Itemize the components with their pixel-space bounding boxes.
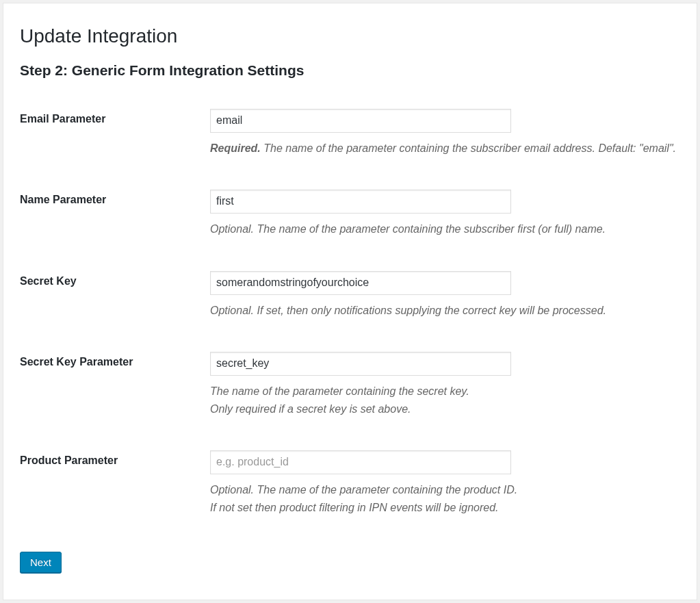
desc-secret-key: Optional. If set, then only notification… xyxy=(210,302,680,320)
required-flag: Required. xyxy=(210,142,261,154)
row-secret-key-parameter: Secret Key Parameter The name of the par… xyxy=(20,352,680,450)
label-name-parameter: Name Parameter xyxy=(20,194,106,205)
desc-name-parameter: Optional. The name of the parameter cont… xyxy=(210,220,680,238)
desc-secret-key-parameter: The name of the parameter containing the… xyxy=(210,383,680,418)
desc-product-parameter-line2: If not set then product filtering in IPN… xyxy=(210,502,499,513)
desc-product-parameter: Optional. The name of the parameter cont… xyxy=(210,481,680,516)
input-name-parameter[interactable] xyxy=(210,190,511,214)
next-button[interactable]: Next xyxy=(20,552,62,573)
settings-panel: Update Integration Step 2: Generic Form … xyxy=(3,3,697,600)
desc-secret-key-parameter-line1: The name of the parameter containing the… xyxy=(210,385,469,397)
label-product-parameter: Product Parameter xyxy=(20,454,118,466)
desc-email-parameter: Required. The name of the parameter cont… xyxy=(210,140,680,157)
row-secret-key: Secret Key Optional. If set, then only n… xyxy=(20,271,680,352)
label-email-parameter: Email Parameter xyxy=(20,113,105,125)
desc-product-parameter-line1: Optional. The name of the parameter cont… xyxy=(210,484,517,496)
row-product-parameter: Product Parameter Optional. The name of … xyxy=(20,450,680,549)
label-secret-key-parameter: Secret Key Parameter xyxy=(20,356,133,368)
input-secret-key[interactable] xyxy=(210,271,511,295)
page-title: Update Integration xyxy=(20,25,680,47)
settings-form-table: Email Parameter Required. The name of th… xyxy=(20,109,680,549)
input-secret-key-parameter[interactable] xyxy=(210,352,511,376)
label-secret-key: Secret Key xyxy=(20,275,77,287)
desc-secret-key-parameter-line2: Only required if a secret key is set abo… xyxy=(210,403,411,415)
input-email-parameter[interactable] xyxy=(210,109,511,133)
desc-email-parameter-text: The name of the parameter containing the… xyxy=(261,142,676,154)
row-name-parameter: Name Parameter Optional. The name of the… xyxy=(20,190,680,270)
row-email-parameter: Email Parameter Required. The name of th… xyxy=(20,109,680,190)
page-subtitle: Step 2: Generic Form Integration Setting… xyxy=(20,62,680,79)
input-product-parameter[interactable] xyxy=(210,450,511,474)
